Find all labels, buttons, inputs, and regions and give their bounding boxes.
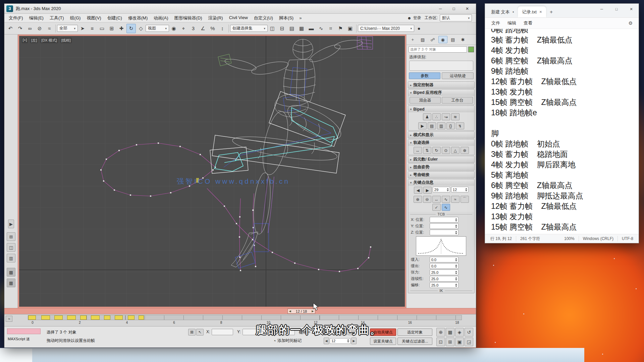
menu-item[interactable]: 编辑(E) xyxy=(26,14,47,22)
selection-level-box[interactable] xyxy=(409,61,473,71)
viewport-layout-tab-4[interactable]: ▩ xyxy=(7,268,15,277)
keyframe-marker[interactable] xyxy=(91,315,100,320)
viewport-menu-renderer[interactable]: [DX 模式] xyxy=(40,38,58,43)
spinner-arrows-icon[interactable] xyxy=(455,258,458,261)
frame-back-icon[interactable]: ◀ xyxy=(324,338,329,344)
viewport-menu-pov[interactable]: [左] xyxy=(30,38,38,43)
new-tab-button[interactable]: ＋ xyxy=(546,7,556,17)
tcb-graph-icon[interactable]: ∿ xyxy=(442,204,450,211)
footstep-mode-icon[interactable]: ∴ xyxy=(432,113,441,120)
tension-spinner[interactable]: 25.0 xyxy=(430,269,459,275)
undo-icon[interactable]: ↶ xyxy=(6,24,15,33)
load-file-icon[interactable]: ▤ xyxy=(428,122,436,129)
use-pivot-center-icon[interactable]: ◉ xyxy=(169,24,178,33)
figure-mode-icon[interactable]: ♟ xyxy=(423,113,431,120)
key-time-spinner[interactable]: 12 xyxy=(451,187,469,192)
save-file-icon[interactable]: ▥ xyxy=(437,122,445,129)
orbit-icon[interactable]: ↺ xyxy=(465,328,473,337)
tab-record-txt[interactable]: 记录.txt ✕ xyxy=(518,6,546,17)
keyframe-marker[interactable] xyxy=(28,315,36,320)
move-all-mode-icon[interactable]: ↯ xyxy=(456,122,464,129)
keyframe-track[interactable] xyxy=(28,315,462,320)
viewport-layout-tab-2[interactable]: ◫ xyxy=(7,243,15,252)
spinner-arrows-icon[interactable] xyxy=(455,225,458,228)
rollout-header[interactable]: 轨迹选择 xyxy=(408,139,474,146)
parameters-button[interactable]: 参数 xyxy=(409,72,441,79)
menu-item[interactable]: 查看 xyxy=(520,18,536,28)
viewport-layout-tab-5[interactable]: ▦ xyxy=(7,279,15,287)
mixer-button[interactable]: 混合器 xyxy=(410,97,441,104)
key-filters-button[interactable]: 关键点过滤器... xyxy=(397,338,432,345)
selection-filter-combo[interactable]: 全部 xyxy=(57,25,78,32)
current-frame-spinner[interactable]: 12 xyxy=(330,338,351,344)
spinner-arrows-icon[interactable] xyxy=(455,264,458,268)
rollout-header[interactable]: 关键点信息 xyxy=(408,179,474,186)
time-slider-handle[interactable]: ◀ 12 / 18 ▶ xyxy=(287,309,316,314)
workspace-combo[interactable]: 默认 xyxy=(440,14,472,21)
spinner-arrows-icon[interactable] xyxy=(455,277,458,281)
rollout-header[interactable]: 模式和显示 xyxy=(408,132,474,138)
select-by-name-icon[interactable]: ≡ xyxy=(88,24,97,33)
rollout-header[interactable]: 四元数/ Euler xyxy=(408,156,474,163)
notepad-titlebar[interactable]: 新建 文本 ● 记录.txt ✕ ＋ ─□✕ xyxy=(485,4,639,18)
viewport-layout-tab-3[interactable]: ▥ xyxy=(7,254,15,262)
reference-coordinate-combo[interactable]: 视图 xyxy=(146,25,169,32)
menu-overflow-icon[interactable]: » xyxy=(297,15,304,20)
menu-item[interactable]: 创建(C) xyxy=(104,14,125,22)
convert-icon[interactable]: {} xyxy=(446,122,455,129)
body-vertical-icon[interactable]: ⇅ xyxy=(423,147,431,154)
viewport-left-wireframe[interactable]: [+] [左] [DX 模式] [线框] 强智ICO www.qdnxxfb.c… xyxy=(19,36,405,307)
select-and-manipulate-icon[interactable]: ⌖ xyxy=(179,24,188,33)
spinner-arrows-icon[interactable] xyxy=(455,231,458,234)
arc-icon[interactable]: ⌒ xyxy=(461,196,469,203)
motion-flow-mode-icon[interactable]: ↝ xyxy=(442,113,450,120)
body-rotation-icon[interactable]: ↻ xyxy=(432,147,441,154)
line-ending-text[interactable]: Windows (CRLF) xyxy=(579,236,618,241)
keyframe-marker[interactable] xyxy=(128,315,134,320)
modify-tab-icon[interactable]: ▨ xyxy=(418,36,427,43)
hierarchy-tab-icon[interactable]: ☍ xyxy=(428,36,437,43)
next-key-icon[interactable]: ▶ xyxy=(423,187,432,194)
np-minimize-button[interactable]: ─ xyxy=(594,4,609,14)
selection-region-icon[interactable]: ▭ xyxy=(97,24,107,33)
macro-recorder-line[interactable] xyxy=(7,328,41,334)
set-key-icon[interactable]: ⊕ xyxy=(414,196,422,203)
ease-out-spinner[interactable]: 0.0 xyxy=(430,263,459,269)
mini-panel-arrow[interactable]: ▶ xyxy=(8,220,14,228)
encoding-text[interactable]: UTF-8 xyxy=(618,236,637,241)
biped-playback-icon[interactable]: ▶ xyxy=(418,122,427,129)
redo-icon[interactable]: ↷ xyxy=(15,24,25,33)
keyframe-marker[interactable] xyxy=(67,315,76,320)
object-name-field[interactable]: 选择了 3 个 对象 xyxy=(409,46,467,53)
trajectories-button[interactable]: 运动轨迹 xyxy=(442,72,474,79)
render-frame-icon[interactable]: ▣ xyxy=(345,24,355,33)
opposite-tracks-icon[interactable]: ⊕ xyxy=(461,147,469,154)
x-position-field[interactable] xyxy=(430,217,459,223)
viewport-layout-tab-1[interactable]: ⊞ xyxy=(7,232,15,241)
menu-item[interactable]: 工具(T) xyxy=(47,14,67,22)
apply-icon[interactable]: ✓ xyxy=(432,204,441,211)
previous-frame-arrow-icon[interactable]: ◀ xyxy=(288,310,292,313)
bias-spinner[interactable]: 25.0 xyxy=(430,282,459,288)
mini-curve-editor-icon[interactable]: ≈ xyxy=(6,316,12,322)
keyframe-marker[interactable] xyxy=(115,315,122,320)
ease-in-spinner[interactable]: 0.0 xyxy=(430,257,459,262)
notepad-editor[interactable]: 0帧 踏地帧3帧 蓄力帧 Z轴最低点4帧 发力帧6帧 腾空帧 Z轴最高点9帧 踏… xyxy=(485,29,639,234)
menu-item[interactable]: 编辑 xyxy=(504,18,520,28)
np-close-button[interactable]: ✕ xyxy=(624,4,639,14)
settings-gear-icon[interactable]: ⚙ xyxy=(625,20,636,26)
viewport-menu-shading[interactable]: [线框] xyxy=(60,38,72,43)
menu-item[interactable]: 渲染(R) xyxy=(205,14,226,22)
tab-close-icon[interactable]: ✕ xyxy=(539,10,542,14)
close-button[interactable]: ✕ xyxy=(461,4,474,13)
set-key-button[interactable]: 设置关键点 xyxy=(370,338,396,345)
keyframe-marker[interactable] xyxy=(41,315,50,320)
menu-item[interactable]: 图形编辑器(D) xyxy=(171,14,205,22)
align-icon[interactable]: ⊟ xyxy=(277,24,287,33)
schematic-view-icon[interactable]: ⌗ xyxy=(326,24,335,33)
keyframe-marker[interactable] xyxy=(104,315,110,320)
rollout-header[interactable]: 指定控制器 xyxy=(408,82,474,88)
named-selection-set-combo[interactable]: 创建选择集 xyxy=(230,25,268,32)
body-horizontal-icon[interactable]: ↔ xyxy=(414,147,422,154)
continuity-spinner[interactable]: 25.0 xyxy=(430,276,459,282)
